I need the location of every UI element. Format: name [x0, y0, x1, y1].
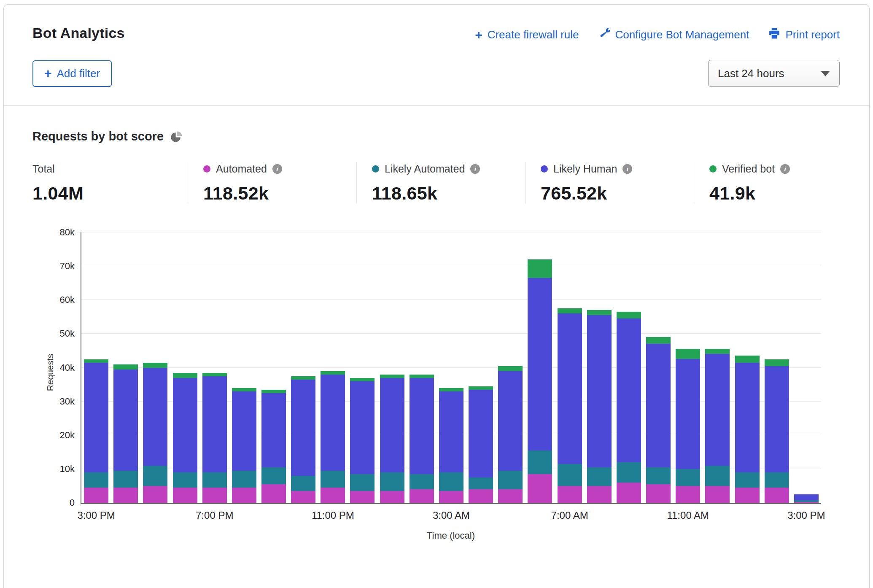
bar-segment-likely_human[interactable] [173, 378, 197, 472]
bar-segment-likely_automated[interactable] [113, 471, 138, 488]
stacked-bar[interactable] [261, 390, 286, 503]
bar-segment-likely_human[interactable] [676, 359, 700, 469]
bar-segment-automated[interactable] [794, 502, 819, 503]
stacked-bar[interactable] [794, 494, 819, 503]
bar-segment-likely_automated[interactable] [646, 467, 671, 484]
bar-segment-automated[interactable] [84, 488, 108, 503]
bar-segment-likely_human[interactable] [439, 391, 463, 472]
bar-segment-likely_automated[interactable] [498, 471, 523, 489]
bar-segment-automated[interactable] [380, 491, 404, 503]
bar-segment-likely_human[interactable] [528, 278, 552, 450]
create-firewall-rule-link[interactable]: + Create firewall rule [475, 28, 579, 41]
bar-segment-verified_bot[interactable] [587, 310, 612, 315]
add-filter-button[interactable]: + Add filter [32, 60, 112, 87]
bar-segment-verified_bot[interactable] [498, 366, 523, 371]
stacked-bar[interactable] [321, 371, 345, 503]
bar-segment-verified_bot[interactable] [646, 337, 671, 344]
bar-segment-automated[interactable] [646, 484, 671, 503]
bar-segment-verified_bot[interactable] [765, 359, 789, 366]
stacked-bar[interactable] [380, 375, 404, 503]
bar-segment-likely_human[interactable] [765, 366, 789, 472]
bar-segment-likely_human[interactable] [321, 375, 345, 471]
bar-segment-likely_automated[interactable] [321, 471, 345, 488]
bar-segment-automated[interactable] [291, 491, 315, 503]
bar-segment-automated[interactable] [587, 486, 612, 503]
stacked-bar[interactable] [84, 359, 108, 503]
print-report-link[interactable]: Print report [768, 27, 840, 42]
bar-segment-likely_human[interactable] [143, 368, 167, 466]
bar-segment-likely_automated[interactable] [765, 472, 789, 488]
bar-segment-automated[interactable] [350, 491, 375, 503]
bar-segment-verified_bot[interactable] [676, 349, 700, 359]
bar-segment-likely_human[interactable] [410, 378, 434, 474]
stacked-bar[interactable] [617, 312, 641, 503]
bar-segment-likely_human[interactable] [587, 315, 612, 467]
bar-segment-verified_bot[interactable] [173, 373, 197, 378]
bar-segment-likely_human[interactable] [84, 363, 108, 472]
bar-segment-likely_automated[interactable] [735, 472, 760, 488]
bar-segment-verified_bot[interactable] [439, 388, 463, 391]
stacked-bar[interactable] [291, 376, 315, 503]
stacked-bar[interactable] [646, 337, 671, 503]
bar-segment-verified_bot[interactable] [143, 363, 167, 368]
stacked-bar[interactable] [350, 378, 375, 503]
stacked-bar[interactable] [143, 363, 167, 503]
bar-segment-likely_automated[interactable] [84, 472, 108, 488]
bar-segment-likely_human[interactable] [380, 378, 404, 472]
stacked-bar[interactable] [469, 386, 493, 503]
bar-segment-verified_bot[interactable] [558, 308, 582, 313]
stacked-bar[interactable] [113, 364, 138, 503]
bar-segment-likely_human[interactable] [705, 354, 730, 465]
bar-segment-likely_automated[interactable] [439, 472, 463, 491]
info-icon[interactable]: i [272, 164, 282, 174]
stacked-bar[interactable] [587, 310, 612, 503]
bar-segment-likely_automated[interactable] [232, 471, 256, 488]
bar-segment-verified_bot[interactable] [410, 375, 434, 378]
bar-segment-likely_human[interactable] [498, 371, 523, 471]
bar-segment-automated[interactable] [469, 489, 493, 503]
bar-segment-automated[interactable] [528, 474, 552, 503]
bar-segment-likely_human[interactable] [735, 363, 760, 472]
bar-segment-verified_bot[interactable] [528, 259, 552, 278]
bar-segment-automated[interactable] [410, 489, 434, 503]
info-icon[interactable]: i [622, 164, 632, 174]
bar-segment-likely_human[interactable] [558, 313, 582, 464]
bar-segment-automated[interactable] [765, 488, 789, 503]
bar-segment-likely_human[interactable] [202, 376, 227, 472]
bar-segment-likely_automated[interactable] [202, 472, 227, 488]
bar-segment-likely_human[interactable] [291, 380, 315, 476]
stacked-bar[interactable] [676, 349, 700, 503]
bar-segment-automated[interactable] [143, 486, 167, 503]
bar-segment-likely_human[interactable] [617, 318, 641, 462]
bar-segment-likely_automated[interactable] [705, 466, 730, 486]
bar-segment-verified_bot[interactable] [380, 375, 404, 378]
stacked-bar[interactable] [735, 356, 760, 503]
bar-segment-automated[interactable] [173, 488, 197, 503]
stacked-bar[interactable] [765, 359, 789, 503]
stacked-bar[interactable] [528, 259, 552, 503]
bar-segment-automated[interactable] [321, 488, 345, 503]
bar-segment-likely_automated[interactable] [350, 474, 375, 491]
bar-segment-verified_bot[interactable] [232, 388, 256, 391]
info-icon[interactable]: i [780, 164, 790, 174]
bar-segment-verified_bot[interactable] [291, 376, 315, 380]
stacked-bar[interactable] [439, 388, 463, 503]
bar-segment-likely_human[interactable] [113, 370, 138, 471]
bar-segment-likely_automated[interactable] [380, 472, 404, 491]
bar-segment-likely_automated[interactable] [173, 472, 197, 488]
bar-segment-verified_bot[interactable] [469, 386, 493, 390]
stacked-bar[interactable] [410, 375, 434, 503]
bar-segment-likely_human[interactable] [794, 494, 819, 500]
stacked-bar[interactable] [498, 366, 523, 503]
bar-segment-likely_automated[interactable] [528, 450, 552, 474]
bar-segment-automated[interactable] [498, 489, 523, 503]
bar-segment-likely_automated[interactable] [410, 474, 434, 489]
info-icon[interactable]: i [470, 164, 480, 174]
bar-segment-automated[interactable] [617, 483, 641, 503]
bar-segment-likely_human[interactable] [646, 344, 671, 467]
bar-segment-automated[interactable] [232, 488, 256, 503]
bar-segment-likely_automated[interactable] [587, 467, 612, 486]
bar-segment-verified_bot[interactable] [113, 364, 138, 370]
bar-segment-verified_bot[interactable] [202, 373, 227, 376]
bar-segment-verified_bot[interactable] [321, 371, 345, 375]
